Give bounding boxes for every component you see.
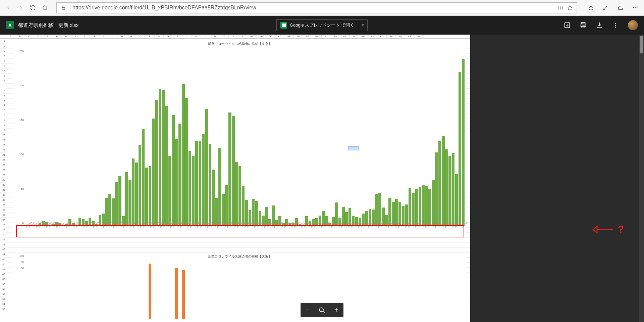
more-icon[interactable] <box>629 2 641 14</box>
home-button[interactable] <box>39 2 51 14</box>
chart-tokyo-xaxis: R2020301R2020302R2020303R2020304R2020305… <box>25 227 465 237</box>
svg-rect-0 <box>62 7 65 9</box>
open-with-label: Google スプレッドシート で開く <box>290 22 354 28</box>
spreadsheet-preview[interactable]: ABCDEFGHIJKLMNOPQRSTUVWXYZAAABACADAEAFAG… <box>0 35 470 322</box>
notes-icon[interactable] <box>600 2 612 14</box>
vertical-scrollbar[interactable] <box>639 35 644 322</box>
open-with-sheets-button[interactable]: Google スプレッドシート で開く <box>277 22 358 29</box>
svg-rect-8 <box>582 26 585 28</box>
chart-osaka-bars <box>25 259 465 319</box>
chart-osaka-plot: 8090100 <box>25 259 465 319</box>
share-icon[interactable] <box>614 2 627 14</box>
user-avatar[interactable] <box>628 20 638 30</box>
more-actions-icon[interactable] <box>612 21 619 29</box>
lock-icon <box>59 5 68 10</box>
zoom-in-button[interactable]: + <box>331 305 342 316</box>
chart-tokyo-bars <box>25 47 465 226</box>
download-icon[interactable] <box>596 21 603 29</box>
scrollbar-thumb[interactable] <box>640 36 643 53</box>
svg-point-2 <box>633 7 634 8</box>
separator <box>70 4 70 11</box>
open-with-sheets: Google スプレッドシート で開く <box>276 19 368 31</box>
excel-file-icon: X <box>6 21 14 29</box>
address-bar[interactable]: https://drive.google.com/file/d/1L-B_xPB… <box>56 2 577 13</box>
browser-right-controls <box>582 2 641 14</box>
annotation-question-mark: ？ <box>616 223 626 236</box>
refresh-button[interactable] <box>27 2 39 14</box>
column-headers: ABCDEFGHIJKLMNOPQRSTUVWXYZAAABACADAEAFAG… <box>0 35 470 39</box>
svg-point-11 <box>615 27 616 28</box>
add-to-drive-icon[interactable] <box>564 21 571 29</box>
annotation-arrow: ？ <box>592 223 626 236</box>
drive-viewer-header: X 都道府県別推移 更新.xlsx Google スプレッドシート で開く <box>0 16 644 35</box>
viewer-dark-margin <box>470 35 644 322</box>
svg-point-10 <box>615 25 616 26</box>
viewer-content: ABCDEFGHIJKLMNOPQRSTUVWXYZAAABACADAEAFAG… <box>0 35 644 322</box>
favorite-star-icon[interactable] <box>565 5 575 11</box>
url-text: https://drive.google.com/file/d/1L-B_xPB… <box>72 5 556 11</box>
reading-view-icon[interactable] <box>556 5 565 10</box>
sheets-icon <box>280 22 287 29</box>
open-with-dropdown[interactable] <box>358 20 367 31</box>
favorites-icon[interactable] <box>585 2 597 14</box>
forward-button[interactable] <box>15 2 27 14</box>
row-headers: 1234567891011121314151617181920212223242… <box>0 39 6 312</box>
file-name: 都道府県別推移 更新.xlsx <box>18 22 78 29</box>
svg-point-9 <box>615 23 616 24</box>
open-with-container: Google スプレッドシート で開く <box>276 19 368 31</box>
print-icon[interactable] <box>580 21 587 29</box>
chart-tokyo: 新型コロナウイルス感染者の推移【東京】 050100150200250 R202… <box>13 40 466 237</box>
chart-tokyo-plot: 050100150200250 <box>25 47 465 226</box>
svg-point-4 <box>637 7 637 8</box>
zoom-reset-button[interactable] <box>317 305 327 316</box>
chart-osaka: 新型コロナウイルス感染者の推移【大阪】 8090100 <box>13 253 466 320</box>
back-button[interactable] <box>3 2 15 14</box>
browser-toolbar: https://drive.google.com/file/d/1L-B_xPB… <box>0 0 644 16</box>
chart-osaka-yaxis: 8090100 <box>14 259 24 319</box>
svg-point-3 <box>635 7 636 8</box>
chart-tokyo-title: 新型コロナウイルス感染者の推移【東京】 <box>13 40 466 48</box>
zoom-toolbar: − + <box>301 303 343 317</box>
header-actions <box>564 20 638 30</box>
zoom-out-button[interactable]: − <box>302 305 313 316</box>
svg-point-12 <box>319 308 323 312</box>
chart-tokyo-yaxis: 050100150200250 <box>14 47 24 226</box>
